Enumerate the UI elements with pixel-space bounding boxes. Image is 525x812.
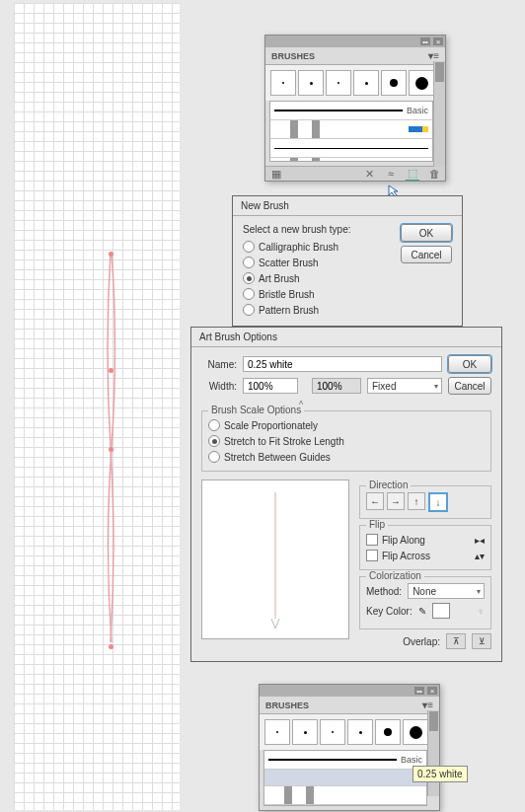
canvas-grid[interactable] xyxy=(14,3,180,810)
brush-thumb[interactable] xyxy=(270,70,296,96)
radio-bristle[interactable]: Bristle Brush xyxy=(243,286,452,302)
brush-thumb[interactable] xyxy=(298,70,324,96)
flip-across-icon: ▴▾ xyxy=(475,551,485,561)
library-icon[interactable]: ▦ xyxy=(269,168,283,180)
keycolor-swatch[interactable] xyxy=(432,603,450,619)
close-icon[interactable]: × xyxy=(427,687,437,695)
direction-down-button[interactable]: ↓ xyxy=(428,492,448,512)
brush-thumb[interactable] xyxy=(375,719,401,745)
direction-right-button[interactable]: → xyxy=(387,492,405,510)
collapse-icon[interactable]: •• xyxy=(420,37,430,45)
radio-scale-prop[interactable]: Scale Proportionately xyxy=(208,417,485,433)
tips-icon[interactable]: ♀ xyxy=(478,606,486,617)
brush-thumb[interactable] xyxy=(347,719,373,745)
options-icon[interactable]: ≈ xyxy=(384,168,398,180)
name-input[interactable] xyxy=(243,356,442,372)
flip-along-icon: ▸◂ xyxy=(475,535,485,546)
brush-thumb[interactable] xyxy=(409,70,434,96)
brushes-panel: •• × BRUSHES ▾≡ Basic ▦ ✕ ≈ ⬚ 🗑 xyxy=(264,35,446,182)
direction-up-button[interactable]: ↑ xyxy=(408,492,425,510)
anchor-point[interactable] xyxy=(109,447,113,452)
brush-scale-fieldset: Brush Scale Options Scale Proportionatel… xyxy=(201,410,491,472)
width-mode-dropdown[interactable]: Fixed xyxy=(367,378,442,394)
brush-thumb[interactable] xyxy=(292,719,318,745)
panel-footer: ▦ ✕ ≈ ⬚ 🗑 xyxy=(265,166,445,181)
scrollbar[interactable] xyxy=(427,710,439,796)
brush-thumbnails xyxy=(260,714,439,750)
remove-stroke-icon[interactable]: ✕ xyxy=(362,168,376,180)
brush-thumb[interactable] xyxy=(326,70,351,96)
radio-scatter[interactable]: Scatter Brush xyxy=(243,255,401,270)
anchor-point[interactable] xyxy=(109,368,113,373)
anchor-point[interactable] xyxy=(109,644,113,649)
dialog-buttons: OK Cancel xyxy=(401,224,452,263)
brush-thumbnails xyxy=(265,65,445,101)
collapse-icon[interactable]: •• xyxy=(414,687,424,695)
panel-menu-icon[interactable]: ▾≡ xyxy=(428,50,439,61)
panel-titlebar: •• × xyxy=(260,685,439,697)
brush-item-selected[interactable] xyxy=(264,770,426,786)
dialog-title: New Brush xyxy=(233,196,462,216)
pencil-icon xyxy=(409,126,428,132)
cancel-button[interactable]: Cancel xyxy=(448,377,491,395)
art-brush-options-dialog: Art Brush Options Name: OK Width: Fixed … xyxy=(190,327,502,662)
ok-button[interactable]: OK xyxy=(448,355,491,373)
panel-tab[interactable]: BRUSHES ▾≡ xyxy=(260,697,439,714)
new-brush-icon[interactable]: ⬚ xyxy=(406,168,419,181)
brush-thumb[interactable] xyxy=(403,719,428,745)
new-brush-dialog: New Brush OK Cancel Select a new brush t… xyxy=(232,195,463,327)
radio-art[interactable]: Art Brush xyxy=(243,270,452,286)
colorization-fieldset: Colorization Method:None Key Color:✎♀ xyxy=(359,576,491,629)
brush-thumb[interactable] xyxy=(353,70,379,96)
direction-left-button[interactable]: ← xyxy=(366,492,384,510)
name-label: Name: xyxy=(201,359,237,370)
dialog-title: Art Brush Options xyxy=(191,328,501,347)
width-label: Width: xyxy=(201,381,237,392)
brush-preview xyxy=(201,480,349,639)
panel-title: BRUSHES xyxy=(271,51,315,61)
brush-thumb[interactable] xyxy=(264,719,290,745)
brush-list: Basic xyxy=(263,750,427,806)
brush-item-pencil1[interactable] xyxy=(264,786,426,805)
direction-fieldset: Direction ← → ↑ ↓ xyxy=(359,485,491,519)
panel-menu-icon[interactable]: ▾≡ xyxy=(422,700,433,710)
brush-item-pencil1[interactable] xyxy=(270,120,432,139)
radio-calligraphic[interactable]: Calligraphic Brush xyxy=(243,239,401,255)
panel-titlebar: •• × xyxy=(265,36,445,47)
scroll-thumb[interactable] xyxy=(435,62,444,82)
radio-pattern[interactable]: Pattern Brush xyxy=(243,302,452,318)
brush-item-basic[interactable]: Basic xyxy=(270,102,432,120)
brush-list: Basic xyxy=(269,101,433,162)
panel-tab[interactable]: BRUSHES ▾≡ xyxy=(265,47,445,65)
anchor-point[interactable] xyxy=(109,252,113,257)
brush-thumb[interactable] xyxy=(320,719,345,745)
panel-title: BRUSHES xyxy=(265,701,309,710)
delete-icon[interactable]: 🗑 xyxy=(427,168,441,180)
radio-scale-between[interactable]: Stretch Between Guides xyxy=(208,449,485,465)
method-dropdown[interactable]: None xyxy=(408,583,485,599)
close-icon[interactable]: × xyxy=(433,37,443,45)
brush-thumb[interactable] xyxy=(381,70,407,96)
radio-scale-stretch[interactable]: Stretch to Fit Stroke Length xyxy=(208,433,485,449)
flip-fieldset: Flip Flip Along▸◂ Flip Across▴▾ xyxy=(359,525,491,570)
fieldset-legend: Brush Scale Options xyxy=(208,405,304,415)
flip-along-checkbox[interactable]: Flip Along▸◂ xyxy=(366,532,485,548)
brushes-panel-2: •• × BRUSHES ▾≡ Basic xyxy=(259,684,440,811)
ok-button[interactable]: OK xyxy=(401,224,452,242)
flip-across-checkbox[interactable]: Flip Across▴▾ xyxy=(366,548,485,563)
brush-item-basic[interactable]: Basic xyxy=(264,751,426,770)
cancel-button[interactable]: Cancel xyxy=(401,246,452,263)
scroll-thumb[interactable] xyxy=(429,711,438,731)
overlap-cut-button[interactable]: ⊻ xyxy=(472,633,491,649)
brush-item-pencil2[interactable] xyxy=(270,158,432,162)
width-from-input[interactable] xyxy=(243,378,298,394)
brush-item-line[interactable] xyxy=(270,139,432,158)
eyedropper-icon[interactable]: ✎ xyxy=(418,606,426,617)
overlap-none-button[interactable]: ⊼ xyxy=(446,633,466,649)
scrollbar[interactable] xyxy=(433,61,445,167)
width-to-input[interactable] xyxy=(312,378,361,394)
